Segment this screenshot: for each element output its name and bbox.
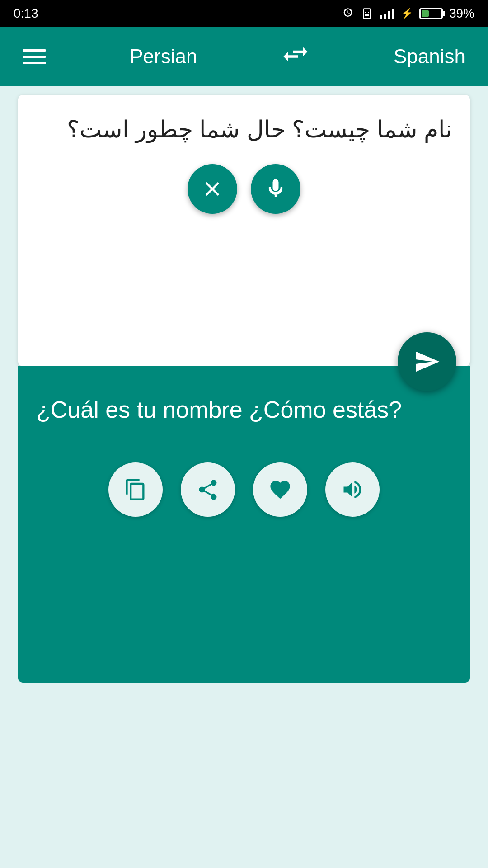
output-panel: ¿Cuál es tu nombre ¿Cómo estás? bbox=[18, 366, 470, 683]
share-icon bbox=[196, 478, 220, 501]
speak-button[interactable] bbox=[325, 462, 380, 517]
share-button[interactable] bbox=[181, 462, 235, 517]
source-text[interactable]: نام شما چيست؟ حال شما چطور است؟ bbox=[36, 113, 452, 146]
swap-icon bbox=[281, 42, 310, 71]
input-panel: نام شما چيست؟ حال شما چطور است؟ bbox=[18, 95, 470, 366]
send-button[interactable] bbox=[398, 332, 456, 391]
alarm-icon bbox=[342, 7, 354, 20]
copy-button[interactable] bbox=[108, 462, 163, 517]
battery-percent: 39% bbox=[449, 6, 474, 21]
battery-icon bbox=[419, 8, 443, 19]
panels-wrapper: نام شما چيست؟ حال شما چطور است؟ ¿Cuál es… bbox=[9, 95, 479, 683]
menu-button[interactable] bbox=[23, 49, 46, 64]
output-actions bbox=[36, 453, 452, 517]
heart-icon bbox=[268, 478, 292, 501]
translated-text: ¿Cuál es tu nombre ¿Cómo estás? bbox=[36, 393, 452, 426]
clear-button[interactable] bbox=[188, 164, 237, 214]
status-right: ⚡ 39% bbox=[342, 6, 474, 21]
app-bar: Persian Spanish bbox=[0, 27, 488, 86]
copy-icon bbox=[124, 478, 147, 501]
sim-icon bbox=[361, 7, 373, 20]
status-bar: 0:13 ⚡ 39% bbox=[0, 0, 488, 27]
signal-icon bbox=[380, 8, 394, 19]
send-icon bbox=[413, 348, 441, 375]
mic-icon bbox=[264, 177, 287, 201]
volume-icon bbox=[341, 478, 364, 501]
favorite-button[interactable] bbox=[253, 462, 307, 517]
source-language-label[interactable]: Persian bbox=[130, 45, 197, 68]
microphone-button[interactable] bbox=[251, 164, 300, 214]
input-actions bbox=[36, 164, 452, 218]
target-language-label[interactable]: Spanish bbox=[394, 45, 465, 68]
status-time: 0:13 bbox=[14, 6, 38, 21]
charging-icon: ⚡ bbox=[401, 8, 413, 19]
swap-languages-button[interactable] bbox=[281, 42, 310, 71]
close-icon bbox=[201, 177, 224, 201]
